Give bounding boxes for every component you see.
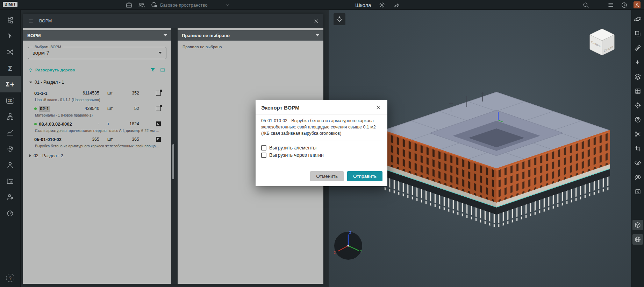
section-icon[interactable]: [632, 129, 643, 139]
option-export-elements[interactable]: Выгрузить элементы: [261, 145, 382, 150]
cancel-button[interactable]: Отменить: [310, 171, 344, 181]
expand-collapse-icon: [28, 68, 33, 73]
checkbox-icon[interactable]: [261, 145, 266, 150]
axis-gizmo[interactable]: Z X Y: [331, 229, 365, 262]
select-caret-icon: [158, 52, 162, 54]
tree-toolbar: Развернуть дерево: [28, 67, 166, 73]
tree-row-4[interactable]: 05-01-010-02 365 шт 365: [28, 135, 166, 144]
vorm-section-header[interactable]: ВОРМ: [23, 30, 171, 41]
selection-frame-icon[interactable]: [632, 28, 643, 39]
properties-icon[interactable]: [632, 114, 643, 125]
collapse-caret-icon: [164, 34, 167, 36]
history-clock-icon[interactable]: [620, 1, 628, 9]
drawings-2d-icon[interactable]: 2D: [0, 92, 21, 108]
vorm-tool-icon[interactable]: Σ+: [0, 76, 21, 92]
submit-button[interactable]: Отправить: [347, 171, 382, 181]
project-title: Школа: [355, 2, 371, 8]
measure-icon[interactable]: [632, 43, 643, 53]
row-code: 08.4.03.02-0002: [34, 121, 72, 127]
filter-funnel-icon[interactable]: [150, 67, 156, 73]
tree-row-2[interactable]: 02-1 438540 шт 52: [28, 104, 166, 113]
tree-row-1[interactable]: 01-1-1 6114535 шт 352: [28, 89, 166, 97]
expand-tree-link[interactable]: Развернуть дерево: [35, 68, 75, 72]
coordination-globe-icon[interactable]: [632, 234, 643, 245]
help-icon[interactable]: ?: [6, 274, 14, 282]
export-row-icon[interactable]: [156, 91, 161, 96]
topbar: BIMiT Базовое пространство Школа: [0, 0, 644, 10]
tree-group-1[interactable]: 01 - Раздел - 1: [28, 78, 166, 86]
users-icon[interactable]: [0, 157, 21, 173]
row-count: 1824: [117, 121, 139, 126]
structure-tree-icon[interactable]: [0, 12, 21, 28]
grid-icon[interactable]: [632, 86, 643, 96]
workspace-select-value: Базовое пространство: [160, 2, 208, 8]
building-model[interactable]: [378, 85, 615, 232]
classifier-icon[interactable]: [0, 108, 21, 125]
nav-cube[interactable]: Слева Сзади: [585, 26, 619, 58]
hide-eye-icon[interactable]: [632, 172, 643, 182]
clear-selection-icon[interactable]: [632, 186, 643, 197]
share-icon[interactable]: [393, 1, 401, 9]
focus-target-icon[interactable]: [632, 100, 643, 111]
rule-section-title: Правило не выбрано: [182, 33, 230, 38]
vorm-select-dropdown[interactable]: Выбрать ВОРМ ворм-7: [28, 45, 166, 59]
project-box-icon[interactable]: [125, 1, 133, 9]
app-logo: BIMiT: [3, 2, 17, 7]
crop-icon[interactable]: [632, 143, 643, 154]
row-code: 01-1-1: [34, 91, 72, 96]
storeys-icon[interactable]: [632, 71, 643, 82]
model-view-cube-icon[interactable]: [632, 220, 643, 230]
orbit-icon[interactable]: [632, 14, 643, 24]
export-row-icon[interactable]: [156, 106, 161, 111]
status-dot: [34, 123, 37, 125]
vorm-panel: ВОРМ Выбрать ВОРМ ворм-7 Развернуть дере…: [23, 28, 171, 284]
export-row-icon[interactable]: [156, 121, 161, 126]
row-code: 02-1: [34, 106, 72, 112]
panel-scrollbar-thumb[interactable]: [172, 144, 174, 179]
dashboard-gauge-icon[interactable]: [0, 205, 21, 221]
search-icon[interactable]: [582, 1, 589, 9]
menu-list-icon[interactable]: [607, 1, 615, 9]
relations-icon[interactable]: [0, 44, 21, 60]
modal-close-icon[interactable]: [375, 104, 382, 111]
team-icon[interactable]: [138, 1, 145, 9]
left-toolbar: Σ Σ+ 2D ?: [0, 10, 21, 287]
window-close-icon[interactable]: [312, 17, 320, 25]
clash-icon[interactable]: [632, 57, 643, 68]
reports-chart-icon[interactable]: [0, 125, 21, 141]
sum-icon[interactable]: Σ: [0, 60, 21, 76]
tree-group-2[interactable]: 02 - Раздел - 2: [28, 152, 166, 160]
option-export-via-plugin[interactable]: Выгрузить через плагин: [261, 152, 382, 158]
plugins-puzzle-icon[interactable]: [0, 141, 21, 157]
export-row-icon[interactable]: [156, 137, 161, 142]
window-title: ВОРМ: [39, 19, 52, 23]
axis-y-label: Y: [360, 250, 362, 253]
topbar-left-tools: [125, 0, 158, 10]
profile-avatar-icon[interactable]: [634, 1, 641, 8]
row-count: 52: [117, 106, 139, 111]
vorm-select-label: Выбрать ВОРМ: [33, 45, 63, 49]
modal-title: Экспорт ВОРМ: [261, 105, 299, 111]
rule-section-header[interactable]: Правило не выбрано: [178, 30, 323, 41]
row-count: 352: [117, 91, 139, 96]
row-description: Вырубка бетона из арматурного каркаса же…: [35, 144, 166, 148]
workspace-icon[interactable]: [150, 1, 158, 9]
frame-focus-icon[interactable]: [334, 13, 345, 25]
panel-layout-icon[interactable]: [159, 67, 166, 73]
row-unit: т: [99, 121, 117, 126]
workspace-select[interactable]: Базовое пространство: [160, 0, 230, 10]
row-unit: шт: [99, 106, 117, 111]
window-menu-icon[interactable]: [28, 18, 34, 24]
shared-folder-icon[interactable]: [0, 173, 21, 189]
select-cursor-icon[interactable]: [0, 28, 21, 44]
row-unit: шт: [99, 137, 117, 142]
settings-gear-icon[interactable]: [378, 1, 386, 9]
collapse-caret-icon: [316, 34, 319, 36]
checkbox-icon[interactable]: [261, 153, 266, 158]
tree-row-3[interactable]: 08.4.03.02-0002 - т 1824: [28, 120, 166, 128]
user-location-icon[interactable]: [0, 189, 21, 205]
show-eye-icon[interactable]: [632, 158, 643, 168]
modal-header: Экспорт ВОРМ: [256, 100, 387, 114]
vorm-tree: 01 - Раздел - 1 01-1-1 6114535 шт 352 Но…: [28, 78, 166, 160]
row-value: 6114535: [72, 91, 99, 96]
